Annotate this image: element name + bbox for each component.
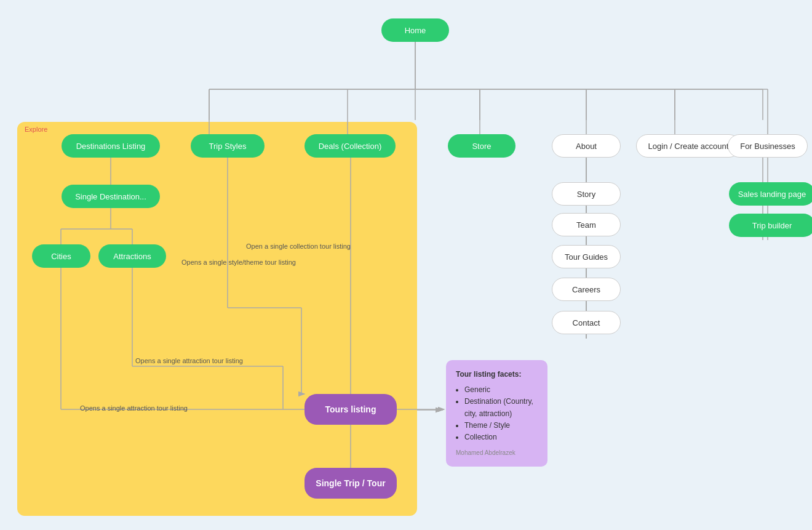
team-node[interactable]: Team	[552, 213, 621, 236]
tours-listing-node[interactable]: Tours listing	[304, 394, 397, 425]
canvas: Explore Home Destinations Listing Trip S…	[0, 0, 812, 530]
home-node[interactable]: Home	[381, 18, 449, 42]
single-destination-node[interactable]: Single Destination...	[62, 185, 160, 208]
facets-card: Tour listing facets: Generic Destination…	[446, 360, 547, 467]
login-node[interactable]: Login / Create account	[636, 134, 741, 158]
facets-item-theme: Theme / Style	[464, 420, 538, 432]
facets-item-collection: Collection	[464, 432, 538, 443]
facets-item-generic: Generic	[464, 384, 538, 396]
store-node[interactable]: Store	[448, 134, 515, 158]
cities-node[interactable]: Cities	[32, 244, 90, 268]
sales-landing-node[interactable]: Sales landing page	[729, 182, 812, 206]
trip-builder-node[interactable]: Trip builder	[729, 214, 812, 237]
deals-collection-node[interactable]: Deals (Collection)	[304, 134, 396, 158]
explore-panel: Explore	[17, 122, 417, 516]
about-node[interactable]: About	[552, 134, 621, 158]
attractions-node[interactable]: Attractions	[98, 244, 166, 268]
story-node[interactable]: Story	[552, 182, 621, 206]
annotation-attraction: Opens a single attraction tour listing	[135, 357, 243, 364]
careers-node[interactable]: Careers	[552, 278, 621, 301]
tour-guides-node[interactable]: Tour Guides	[552, 245, 621, 268]
facets-item-destination: Destination (Country, city, attraction)	[464, 396, 538, 419]
destinations-listing-node[interactable]: Destinations Listing	[62, 134, 160, 158]
annotation-style: Opens a single style/theme tour listing	[181, 259, 296, 266]
annotation-attraction2: Opens a single attraction tour listing	[80, 404, 188, 412]
for-businesses-node[interactable]: For Businesses	[728, 134, 808, 158]
facets-list: Generic Destination (Country, city, attr…	[456, 384, 538, 443]
annotation-collection: Open a single collection tour listing	[246, 243, 351, 250]
contact-node[interactable]: Contact	[552, 311, 621, 334]
single-trip-tour-node[interactable]: Single Trip / Tour	[304, 468, 397, 499]
facets-author: Mohamed Abdelrazek	[456, 448, 538, 458]
trip-styles-node[interactable]: Trip Styles	[191, 134, 265, 158]
explore-label: Explore	[25, 126, 47, 133]
facets-title: Tour listing facets:	[456, 369, 538, 380]
